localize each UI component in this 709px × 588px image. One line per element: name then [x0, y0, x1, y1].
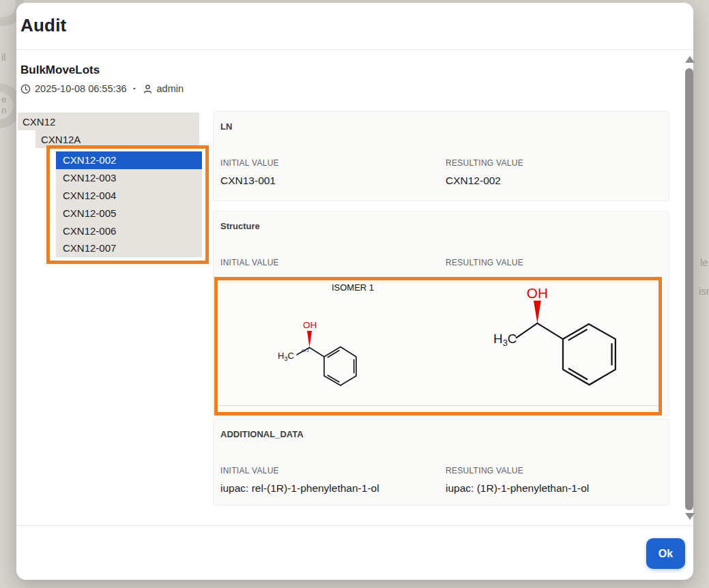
backdrop-text-fragment: isr [699, 285, 709, 297]
resulting-value-label: RESULTING VALUE [446, 258, 523, 267]
benzene-ring [324, 347, 356, 386]
lot-list-item[interactable]: CXN12-003 [56, 169, 202, 187]
initial-value-label: INITIAL VALUE [220, 466, 279, 475]
tree-item-label: CXN12 [23, 116, 55, 128]
section-structure: Structure INITIAL VALUE RESULTING VALUE … [213, 211, 669, 416]
lot-list-item[interactable]: CXN12-002 [56, 151, 202, 169]
lot-list-item[interactable]: CXN12-006 [56, 222, 202, 239]
initial-structure-svg: OH H3C or1 [271, 314, 373, 398]
lot-list: CXN12-002 CXN12-003 CXN12-004 CXN12-005 … [56, 151, 202, 257]
backdrop-text-fragment: n [1, 105, 6, 115]
oh-label: OH [527, 285, 548, 301]
event-user: admin [157, 83, 184, 94]
h3c-label: H3C [278, 351, 294, 362]
lot-list-highlight-box: CXN12-002 CXN12-003 CXN12-004 CXN12-005 … [46, 145, 209, 264]
backdrop-text-fragment: il [1, 51, 6, 63]
resulting-value-label: RESULTING VALUE [446, 466, 523, 475]
lot-list-item[interactable]: CXN12-004 [56, 187, 202, 205]
resulting-value-label: RESULTING VALUE [446, 158, 523, 168]
backdrop-text-fragment: le [700, 256, 708, 268]
footer-divider [16, 525, 693, 526]
initial-value: CXN13-001 [220, 175, 276, 187]
header-divider [16, 49, 693, 50]
section-ln: LN INITIAL VALUE RESULTING VALUE CXN13-0… [213, 111, 669, 201]
event-meta-row: 2025-10-08 06:55:36 · admin [20, 83, 184, 95]
section-title: LN [220, 121, 232, 132]
tree-item-label: CXN12A [41, 134, 81, 145]
isomer-label: ISOMER 1 [305, 282, 401, 293]
section-additional-data: ADDITIONAL_DATA INITIAL VALUE RESULTING … [213, 419, 669, 505]
resulting-value: CXN12-002 [446, 175, 501, 187]
wedge-bond [307, 331, 312, 348]
structure-canvas-divider [218, 405, 659, 406]
backdrop-text-fragment: e [1, 94, 6, 104]
oh-label: OH [303, 320, 317, 330]
section-title: Structure [220, 221, 260, 231]
lot-list-item[interactable]: CXN12-005 [56, 204, 202, 222]
scroll-thumb[interactable] [685, 68, 693, 510]
scroll-down-button[interactable] [685, 513, 695, 520]
benzene-ring [563, 324, 616, 385]
tree-item-cxn12[interactable]: CXN12 [18, 113, 199, 130]
initial-value: iupac: rel-(1R)-1-phenylethan-1-ol [220, 482, 379, 495]
dialog-title: Audit [20, 15, 66, 36]
initial-value-label: INITIAL VALUE [220, 158, 279, 168]
user-icon [143, 84, 153, 94]
scroll-up-button[interactable] [685, 56, 695, 63]
audit-dialog: Audit BulkMoveLots 2025-10-08 06:55:36 ·… [16, 3, 693, 580]
ok-button[interactable]: Ok [646, 538, 685, 569]
wedge-bond [534, 301, 541, 323]
section-title: ADDITIONAL_DATA [220, 429, 304, 439]
event-name: BulkMoveLots [20, 63, 100, 77]
resulting-structure-svg: OH H3C [485, 282, 641, 410]
initial-value-label: INITIAL VALUE [220, 258, 279, 267]
dot-separator: · [131, 83, 139, 94]
h3c-label: H3C [493, 332, 517, 348]
lot-list-item[interactable]: CXN12-007 [56, 239, 202, 257]
clock-icon [20, 84, 31, 94]
event-timestamp: 2025-10-08 06:55:36 [35, 83, 127, 94]
resulting-value: iupac: (1R)-1-phenylethan-1-ol [446, 482, 589, 495]
structure-highlight-box: ISOMER 1 OH H3C or1 OH H3C [214, 277, 662, 415]
